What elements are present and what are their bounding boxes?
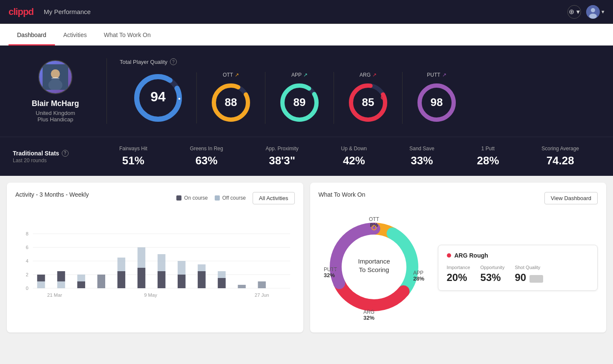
player-handicap: Plus Handicap [37,116,73,123]
svg-text:To Scoring: To Scoring [359,266,389,273]
svg-rect-54 [218,278,225,288]
legend-dot-offcourse [215,195,220,201]
wtw-content: Importance To Scoring OTT 8% APP 28% ARG… [319,212,598,324]
svg-text:32%: 32% [363,315,374,321]
svg-text:21 Mar: 21 Mar [47,292,62,298]
svg-point-2 [589,14,597,19]
svg-rect-36 [37,275,45,281]
red-dot-icon [447,253,451,258]
all-activities-button[interactable]: All Activities [253,192,295,204]
svg-rect-56 [238,285,245,288]
svg-text:ARG: ARG [363,309,374,315]
trad-stat-fairways: Fairways Hit 51% [119,146,147,167]
svg-rect-6 [52,78,59,85]
svg-rect-42 [98,275,105,288]
svg-rect-37 [57,281,65,288]
svg-text:88: 88 [225,96,237,109]
logo: clippd [9,6,34,17]
player-country: United Kingdom [36,110,75,116]
svg-rect-52 [198,271,205,288]
trad-sublabel: Last 20 rounds [13,158,98,163]
trad-stat-scoring: Scoring Average 74.28 [541,146,579,167]
svg-point-7 [51,69,60,78]
quality-label: Total Player Quality ? [120,58,600,65]
chart-area: 0 2 4 6 8 [15,212,295,305]
svg-point-1 [591,8,595,12]
donut-svg: Importance To Scoring OTT 8% APP 28% ARG… [319,212,429,322]
player-info: Blair McHarg United Kingdom Plus Handica… [13,60,98,123]
gauge-putt: PUTT ↗ 98 [403,72,471,124]
header-actions: ⊕ ▾ ▾ [567,5,604,19]
quality-help-icon[interactable]: ? [170,58,177,65]
metric-importance: Importance 20% [447,265,470,284]
wtw-info-card: ARG Rough Importance 20% Opportunity 53%… [438,245,598,291]
header: clippd My Performance ⊕ ▾ ▾ [0,0,613,24]
trad-stat-greens: Greens In Reg 63% [190,146,223,167]
trad-stat-updown: Up & Down 42% [341,146,367,167]
svg-text:2: 2 [26,272,28,277]
svg-text:Importance: Importance [358,258,390,265]
arg-trend-icon: ↗ [372,72,377,78]
svg-text:6: 6 [26,245,28,250]
tab-dashboard[interactable]: Dashboard [9,24,55,46]
what-to-work-on-card: What To Work On View Dashboard [310,183,607,332]
ott-trend-icon: ↗ [235,72,239,78]
putt-trend-icon: ↗ [442,72,446,78]
svg-rect-50 [178,275,185,288]
chart-title: Activity - 3 Months - Weekly [15,191,89,198]
svg-rect-46 [138,268,145,288]
svg-text:98: 98 [431,96,443,109]
wtw-title: What To Work On [319,191,365,198]
main-content: Activity - 3 Months - Weekly On course O… [0,176,613,339]
user-menu-button[interactable]: ▾ [586,5,604,19]
activity-chart-card: Activity - 3 Months - Weekly On course O… [7,183,303,332]
donut-chart-area: Importance To Scoring OTT 8% APP 28% ARG… [319,212,429,324]
trad-help-icon[interactable]: ? [62,150,69,157]
svg-rect-44 [118,271,125,288]
header-title: My Performance [44,8,567,15]
svg-text:28%: 28% [413,275,424,282]
user-menu-chevron: ▾ [601,9,604,15]
svg-rect-38 [57,271,65,281]
svg-text:8: 8 [26,231,28,236]
player-avatar [38,60,72,94]
chart-header: Activity - 3 Months - Weekly On course O… [15,191,295,205]
legend-oncourse: On course [176,195,207,201]
svg-text:PUTT: PUTT [324,267,337,272]
svg-text:4: 4 [26,258,28,264]
svg-text:27 Jun: 27 Jun [255,292,269,298]
legend-dot-oncourse [176,195,181,201]
gauge-arg: ARG ↗ 85 [334,72,403,124]
svg-rect-35 [37,281,45,288]
svg-text:APP: APP [413,270,423,276]
metric-shot-quality: Shot Quality 90 [515,265,543,284]
svg-text:8%: 8% [370,222,378,228]
gauges: 94 OTT ↗ 88 APP ↗ [120,72,600,124]
divider [106,58,107,124]
quality-section: Total Player Quality ? 94 OTT ↗ [115,58,600,124]
svg-text:32%: 32% [324,272,335,278]
svg-text:94: 94 [150,89,166,104]
svg-rect-40 [77,281,85,288]
svg-text:89: 89 [294,96,306,109]
tab-activities[interactable]: Activities [55,24,95,46]
trad-stat-sandsave: Sand Save 33% [409,146,435,167]
info-card-title: ARG Rough [447,252,589,259]
svg-text:0: 0 [26,286,28,291]
view-dashboard-button[interactable]: View Dashboard [544,192,598,204]
chart-legend: On course Off course [176,195,246,201]
traditional-stats: Traditional Stats ? Last 20 rounds Fairw… [0,137,613,176]
avatar [586,5,600,19]
trad-stat-proximity: App. Proximity 38'3" [265,146,298,167]
tab-what-to-work-on[interactable]: What To Work On [95,24,159,46]
svg-rect-48 [158,271,165,288]
legend-offcourse: Off course [215,195,246,201]
svg-text:85: 85 [362,96,374,109]
svg-text:OTT: OTT [369,216,380,222]
trad-label: Traditional Stats ? [13,150,98,157]
app-trend-icon: ↗ [303,72,308,78]
add-button[interactable]: ⊕ ▾ [567,5,581,19]
trad-stats-grid: Fairways Hit 51% Greens In Reg 63% App. … [98,146,600,167]
svg-rect-58 [258,281,265,288]
info-card-metrics: Importance 20% Opportunity 53% Shot Qual… [447,265,589,284]
